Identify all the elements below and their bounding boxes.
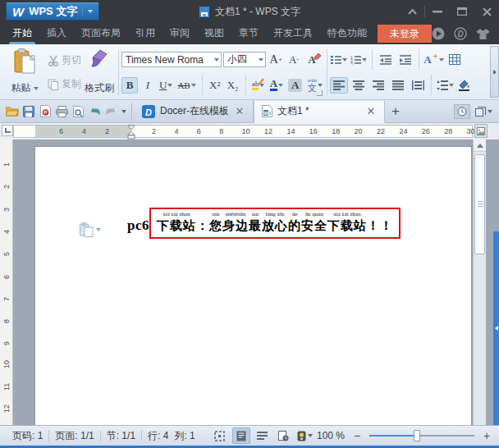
zoom-in-button[interactable]: +	[481, 429, 492, 442]
close-button[interactable]	[474, 2, 499, 21]
cut-button[interactable]: 剪切	[48, 53, 81, 67]
wps-app-button[interactable]: W WPS 文字	[6, 2, 99, 21]
new-tab-button[interactable]: +	[385, 102, 406, 121]
vertical-ruler[interactable]: 123456789101112	[0, 139, 13, 425]
zoom-out-button[interactable]: −	[351, 429, 363, 442]
distribute-button[interactable]	[409, 77, 427, 94]
shrink-font-button[interactable]: A-	[286, 52, 302, 68]
ribbon-expand-button[interactable]	[490, 46, 499, 98]
paragraph-line[interactable]: pc6 xià zài zhàn下载站：nín您shēnbiān身边zuì最fà…	[127, 208, 401, 239]
login-button[interactable]: 未登录	[378, 25, 432, 43]
outline-view-button[interactable]	[254, 427, 272, 444]
maximize-button[interactable]	[450, 2, 474, 21]
tab-close-icon[interactable]: ✕	[365, 105, 377, 117]
tab-stop-selector[interactable]	[2, 125, 13, 136]
font-size-select[interactable]: 小四	[223, 52, 266, 67]
indent-marker-icon[interactable]	[127, 125, 135, 139]
menu-tab-developer[interactable]: 开发工具	[266, 23, 320, 44]
grow-font-sign: +	[278, 56, 282, 63]
paste-button[interactable]: 粘贴	[3, 47, 46, 98]
night-mode-button[interactable]	[296, 427, 314, 444]
menu-tab-review[interactable]: 审阅	[163, 23, 197, 44]
paste-options-icon	[80, 222, 94, 237]
play-circle-icon[interactable]	[432, 27, 445, 40]
text-effects-label: A	[423, 53, 431, 66]
skin-shirt-icon[interactable]	[476, 28, 490, 40]
recent-docs-button[interactable]	[454, 104, 470, 119]
shading-button[interactable]	[456, 77, 474, 94]
decrease-indent-button[interactable]	[377, 52, 395, 68]
tab-list-button[interactable]	[475, 107, 492, 117]
menu-tab-view[interactable]: 视图	[197, 23, 231, 44]
eye-protect-button[interactable]	[275, 427, 293, 444]
zoom-slider[interactable]	[369, 435, 474, 437]
bold-button[interactable]: B	[121, 77, 138, 94]
font-color-button[interactable]: A	[268, 77, 285, 94]
insert-table-button[interactable]	[446, 52, 464, 68]
print-button[interactable]	[53, 103, 70, 121]
redo-button[interactable]	[103, 103, 119, 121]
copy-button[interactable]: 复制	[48, 77, 81, 91]
svg-text:D: D	[457, 30, 463, 39]
menu-tab-insert[interactable]: 插入	[39, 23, 74, 44]
export-pdf-button[interactable]: P	[37, 103, 53, 121]
print-preview-button[interactable]	[70, 103, 86, 121]
line-spacing-button[interactable]	[436, 77, 454, 94]
horizontal-ruler[interactable]: 64224681012141618202224262830	[13, 125, 473, 138]
tab-list-caret-icon	[488, 110, 492, 113]
menubar: 开始 插入 页面布局 引用 审阅 视图 章节 开发工具 特色功能 未登录 D ?	[0, 23, 499, 44]
superscript-button[interactable]: X²	[207, 77, 223, 94]
save-icon	[23, 106, 34, 117]
character-shading-button[interactable]: A	[286, 77, 304, 94]
small-divider	[372, 49, 373, 70]
tab-docer-templates[interactable]: D Docer-在线模板 ✕	[135, 100, 254, 122]
tab-document1[interactable]: W 文档1 * ✕	[254, 101, 385, 123]
vertical-scrollbar[interactable]	[473, 139, 486, 425]
task-pane-handle[interactable]	[493, 231, 499, 425]
scissors-icon	[48, 55, 59, 66]
highlight-button[interactable]: ab	[250, 77, 267, 94]
menu-tab-special-features[interactable]: 特色功能	[320, 23, 374, 44]
grow-font-button[interactable]: A+	[268, 52, 284, 68]
font-name-select[interactable]: Times New Roma	[121, 52, 222, 67]
menu-tab-section[interactable]: 章节	[231, 23, 266, 44]
tab-close-icon[interactable]: ✕	[234, 105, 245, 117]
italic-button[interactable]: I	[140, 77, 156, 94]
menu-tab-page-layout[interactable]: 页面布局	[74, 23, 128, 44]
subscript-button[interactable]: X₂	[225, 77, 241, 94]
menu-tab-home[interactable]: 开始	[5, 23, 39, 44]
svg-text:w: w	[202, 12, 207, 17]
justify-button[interactable]	[389, 77, 407, 94]
menu-tab-references[interactable]: 引用	[128, 23, 163, 44]
undo-button[interactable]	[86, 103, 103, 121]
zoom-slider-thumb[interactable]	[414, 430, 420, 441]
quick-toolbar-caret-icon[interactable]	[121, 110, 126, 113]
bullets-button[interactable]	[330, 52, 348, 68]
window-title-area: w 文档1 * - WPS 文字	[199, 5, 300, 19]
collapse-ribbon-button[interactable]	[400, 2, 424, 21]
selection-mode-button[interactable]	[211, 427, 229, 444]
docer-circle-icon[interactable]: D	[454, 27, 467, 40]
ruler-number: 5	[2, 246, 11, 256]
font-size-caret-icon	[259, 58, 263, 62]
align-right-button[interactable]	[369, 77, 387, 94]
align-center-button[interactable]	[350, 77, 368, 94]
scroll-up-button[interactable]	[474, 139, 486, 152]
text-effects-button[interactable]: A	[423, 52, 443, 68]
page-view-button[interactable]	[232, 427, 250, 444]
increase-indent-button[interactable]	[396, 52, 414, 68]
clear-formatting-button[interactable]: A	[304, 52, 320, 68]
numbering-button[interactable]: 123	[350, 52, 368, 68]
align-left-button[interactable]	[330, 77, 348, 94]
save-button[interactable]	[21, 103, 37, 121]
ruler-switch-button[interactable]	[474, 124, 488, 138]
strikethrough-button[interactable]: AB	[176, 77, 197, 94]
paste-options-button[interactable]	[80, 222, 101, 237]
format-painter-button[interactable]: 格式刷	[83, 47, 116, 98]
document-page[interactable]: pc6 xià zài zhàn下载站：nín您shēnbiān身边zuì最fà…	[34, 146, 472, 425]
minimize-button[interactable]	[425, 2, 450, 21]
scrollbar-thumb[interactable]	[474, 154, 485, 254]
font-dialog-launcher-icon[interactable]	[317, 90, 323, 96]
open-button[interactable]	[4, 103, 21, 121]
underline-button[interactable]: U	[158, 77, 174, 94]
